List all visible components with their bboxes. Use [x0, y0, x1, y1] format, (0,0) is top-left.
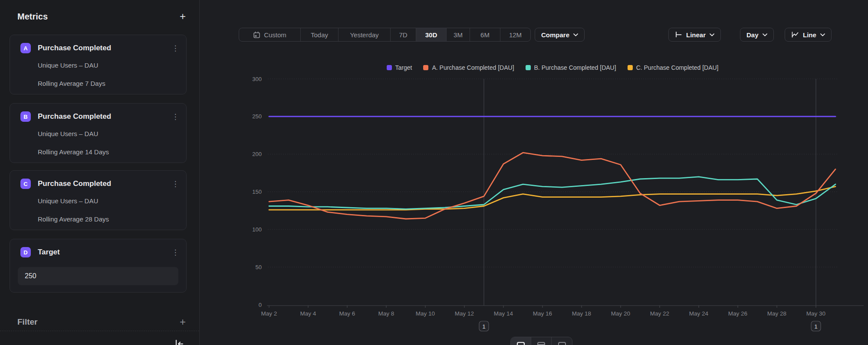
add-metric-button[interactable]: + [177, 10, 189, 23]
series-line-a-purchase-completed-dau- [269, 153, 835, 219]
metric-title: Purchase Completed [38, 44, 171, 52]
x-axis-tick-label: May 24 [689, 310, 709, 317]
filter-section-title: Filter [17, 317, 37, 327]
y-axis-tick-label: 150 [252, 189, 262, 195]
metric-measure: Unique Users – DAU [38, 130, 178, 137]
scale-selector-button[interactable]: Linear [668, 28, 721, 42]
x-axis-tick-label: May 18 [572, 310, 591, 317]
metric-measure: Unique Users – DAU [38, 62, 178, 69]
x-axis-tick-label: May 8 [378, 310, 395, 317]
range-yesterday[interactable]: Yesterday [339, 28, 391, 41]
y-axis-tick-label: 100 [252, 226, 262, 233]
metric-title: Purchase Completed [38, 112, 171, 121]
series-line-c-purchase-completed-dau- [269, 186, 835, 210]
x-axis-tick-label: May 28 [767, 310, 786, 317]
x-axis-tick-label: May 4 [300, 310, 316, 317]
compare-label: Compare [541, 31, 569, 39]
range-label: Today [311, 31, 328, 39]
range-12m[interactable]: 12M [500, 28, 530, 41]
range-3m[interactable]: 3M [447, 28, 470, 41]
range-label: 3M [454, 31, 463, 39]
range-label: 12M [509, 31, 522, 39]
y-axis-tick-label: 200 [252, 151, 262, 157]
y-axis-tick-label: 50 [256, 264, 262, 270]
range-7d[interactable]: 7D [391, 28, 416, 41]
scale-label: Linear [686, 31, 706, 39]
range-6m[interactable]: 6M [470, 28, 500, 41]
x-axis-tick-label: May 22 [650, 310, 669, 317]
collapse-sidebar-icon[interactable] [174, 339, 185, 345]
metric-badge: A [20, 43, 31, 53]
x-axis-tick-label: May 16 [533, 310, 552, 317]
range-30d-selected[interactable]: 30D [416, 28, 447, 41]
metric-card-a[interactable]: A Purchase Completed ⋮ Unique Users – DA… [10, 35, 187, 94]
metric-rolling-average: Rolling Average 28 Days [38, 215, 178, 223]
range-label: 30D [425, 31, 437, 39]
calendar-icon [253, 31, 260, 39]
line-chart-icon [791, 31, 799, 38]
range-today[interactable]: Today [301, 28, 339, 41]
range-label: 6M [480, 31, 490, 39]
sidebar-divider [0, 331, 199, 331]
y-axis-tick-label: 0 [259, 302, 262, 308]
kebab-menu-icon[interactable]: ⋮ [171, 179, 180, 189]
compare-button[interactable]: Compare [535, 28, 585, 42]
x-axis-tick-label: May 20 [611, 310, 630, 317]
x-axis-tick-label: May 30 [806, 310, 825, 317]
metric-badge: D [20, 247, 31, 257]
kebab-menu-icon[interactable]: ⋮ [171, 248, 180, 257]
x-axis-tick-label: May 10 [416, 310, 435, 317]
result-view-toggle [510, 337, 572, 345]
target-value-input[interactable]: 250 [18, 267, 178, 285]
x-axis-tick-label: May 6 [339, 310, 355, 317]
chevron-down-icon [710, 33, 714, 36]
range-label: 7D [399, 31, 407, 39]
metric-rolling-average: Rolling Average 7 Days [38, 80, 178, 87]
chevron-down-icon [820, 33, 825, 36]
y-axis-tick-label: 300 [252, 76, 262, 82]
metric-badge: B [20, 111, 31, 122]
kebab-menu-icon[interactable]: ⋮ [171, 112, 180, 121]
add-filter-button[interactable]: + [177, 316, 189, 328]
x-axis-tick-label: May 2 [261, 310, 277, 317]
target-title: Target [38, 248, 171, 257]
interval-label: Day [746, 31, 759, 39]
x-axis-tick-label: May 14 [494, 310, 513, 317]
metric-measure: Unique Users – DAU [38, 197, 178, 205]
range-custom[interactable]: Custom [239, 28, 301, 41]
linear-scale-icon [675, 31, 682, 38]
range-label: Custom [264, 31, 286, 39]
date-range-selector: Custom Today Yesterday 7D 30D 3M 6M 12M [239, 28, 531, 42]
metric-rolling-average: Rolling Average 14 Days [38, 148, 178, 156]
x-axis-tick-label: May 26 [728, 310, 747, 317]
target-card[interactable]: D Target ⋮ 250 [10, 239, 187, 293]
chart-view-button[interactable] [511, 337, 531, 345]
metric-badge: C [20, 179, 31, 189]
metric-card-b[interactable]: B Purchase Completed ⋮ Unique Users – DA… [10, 103, 187, 163]
table-view-button[interactable] [531, 337, 552, 345]
metric-title: Purchase Completed [38, 179, 171, 188]
details-view-button[interactable] [552, 337, 572, 345]
chart-type-button[interactable]: Line [785, 28, 832, 42]
metric-card-c[interactable]: C Purchase Completed ⋮ Unique Users – DA… [10, 170, 187, 230]
kebab-menu-icon[interactable]: ⋮ [171, 44, 180, 53]
interval-selector-button[interactable]: Day [740, 28, 774, 42]
chevron-down-icon [573, 33, 578, 36]
metrics-sidebar: Metrics + A Purchase Completed ⋮ Unique … [0, 0, 200, 345]
line-chart[interactable]: 050100150200250300May 2May 4May 6May 8Ma… [200, 43, 868, 345]
sidebar-title: Metrics [17, 12, 48, 22]
annotation-badge-label: 1 [482, 323, 486, 330]
y-axis-tick-label: 250 [252, 113, 262, 120]
x-axis-tick-label: May 12 [455, 310, 474, 317]
chevron-down-icon [763, 33, 767, 36]
series-line-b-purchase-completed-dau- [269, 177, 835, 209]
chart-type-label: Line [803, 31, 816, 39]
annotation-badge-label: 1 [814, 323, 818, 330]
range-label: Yesterday [350, 31, 378, 39]
